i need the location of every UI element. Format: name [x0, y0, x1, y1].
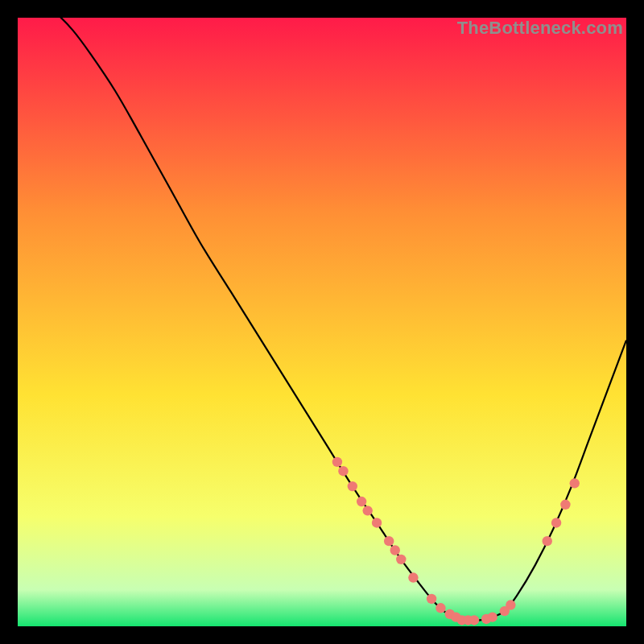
curve-dot	[384, 536, 394, 546]
curve-dot	[348, 481, 357, 491]
curve-dot	[372, 518, 382, 527]
curve-dot	[390, 545, 400, 555]
curve-dot	[436, 603, 445, 613]
curve-dot	[506, 600, 515, 609]
bottleneck-chart	[18, 18, 626, 626]
curve-dot	[338, 466, 348, 476]
curve-dot	[357, 497, 366, 506]
curve-dot	[487, 612, 497, 621]
curve-dot	[408, 572, 418, 582]
curve-dot	[396, 555, 406, 564]
curve-dot	[570, 478, 580, 488]
curve-dot	[469, 615, 479, 625]
curve-dot	[551, 518, 561, 527]
curve-dot	[363, 506, 373, 515]
chart-frame: TheBottleneck.com	[18, 18, 626, 626]
watermark-text: TheBottleneck.com	[457, 18, 623, 39]
curve-dot	[332, 457, 342, 467]
gradient-background	[18, 18, 626, 626]
curve-dot	[543, 536, 552, 546]
curve-dot	[560, 500, 570, 510]
curve-dot	[427, 594, 436, 604]
